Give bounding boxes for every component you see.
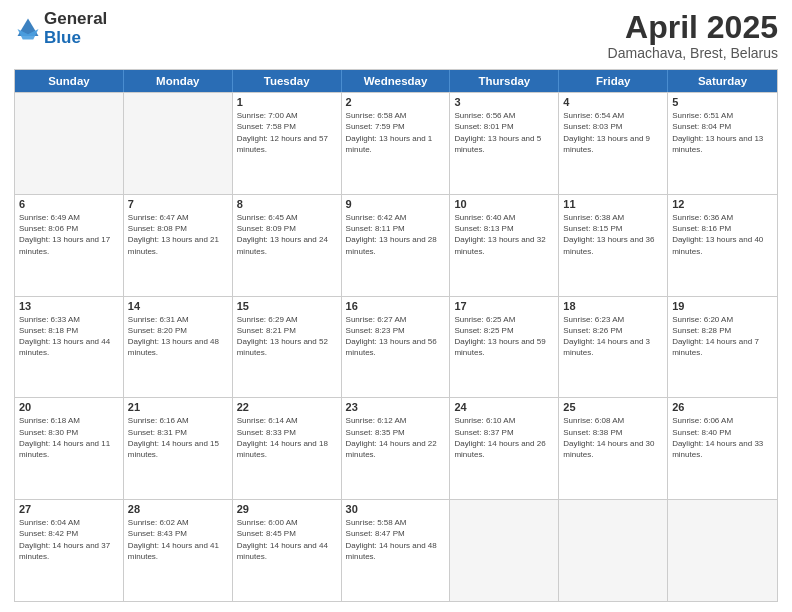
calendar-cell: 1Sunrise: 7:00 AM Sunset: 7:58 PM Daylig… — [233, 93, 342, 194]
calendar-cell: 9Sunrise: 6:42 AM Sunset: 8:11 PM Daylig… — [342, 195, 451, 296]
day-info: Sunrise: 6:00 AM Sunset: 8:45 PM Dayligh… — [237, 517, 337, 562]
day-info: Sunrise: 6:02 AM Sunset: 8:43 PM Dayligh… — [128, 517, 228, 562]
day-number: 3 — [454, 96, 554, 108]
weekday-header: Wednesday — [342, 70, 451, 92]
logo-icon — [14, 15, 42, 43]
page: General Blue April 2025 Damachava, Brest… — [0, 0, 792, 612]
day-info: Sunrise: 6:58 AM Sunset: 7:59 PM Dayligh… — [346, 110, 446, 155]
calendar-cell: 23Sunrise: 6:12 AM Sunset: 8:35 PM Dayli… — [342, 398, 451, 499]
calendar-cell — [124, 93, 233, 194]
calendar-cell — [15, 93, 124, 194]
calendar-cell: 10Sunrise: 6:40 AM Sunset: 8:13 PM Dayli… — [450, 195, 559, 296]
day-info: Sunrise: 6:23 AM Sunset: 8:26 PM Dayligh… — [563, 314, 663, 359]
calendar-header: SundayMondayTuesdayWednesdayThursdayFrid… — [15, 70, 777, 92]
day-number: 27 — [19, 503, 119, 515]
calendar-week: 20Sunrise: 6:18 AM Sunset: 8:30 PM Dayli… — [15, 397, 777, 499]
day-info: Sunrise: 6:42 AM Sunset: 8:11 PM Dayligh… — [346, 212, 446, 257]
day-info: Sunrise: 6:31 AM Sunset: 8:20 PM Dayligh… — [128, 314, 228, 359]
day-number: 13 — [19, 300, 119, 312]
day-info: Sunrise: 6:16 AM Sunset: 8:31 PM Dayligh… — [128, 415, 228, 460]
calendar-week: 6Sunrise: 6:49 AM Sunset: 8:06 PM Daylig… — [15, 194, 777, 296]
day-info: Sunrise: 6:33 AM Sunset: 8:18 PM Dayligh… — [19, 314, 119, 359]
calendar-cell: 25Sunrise: 6:08 AM Sunset: 8:38 PM Dayli… — [559, 398, 668, 499]
logo-text: General Blue — [44, 10, 107, 47]
day-info: Sunrise: 6:10 AM Sunset: 8:37 PM Dayligh… — [454, 415, 554, 460]
day-number: 29 — [237, 503, 337, 515]
day-number: 4 — [563, 96, 663, 108]
weekday-header: Friday — [559, 70, 668, 92]
day-info: Sunrise: 6:54 AM Sunset: 8:03 PM Dayligh… — [563, 110, 663, 155]
day-info: Sunrise: 5:58 AM Sunset: 8:47 PM Dayligh… — [346, 517, 446, 562]
weekday-header: Thursday — [450, 70, 559, 92]
day-info: Sunrise: 6:12 AM Sunset: 8:35 PM Dayligh… — [346, 415, 446, 460]
calendar: SundayMondayTuesdayWednesdayThursdayFrid… — [14, 69, 778, 602]
day-info: Sunrise: 6:20 AM Sunset: 8:28 PM Dayligh… — [672, 314, 773, 359]
day-info: Sunrise: 6:14 AM Sunset: 8:33 PM Dayligh… — [237, 415, 337, 460]
day-info: Sunrise: 6:25 AM Sunset: 8:25 PM Dayligh… — [454, 314, 554, 359]
calendar-cell: 14Sunrise: 6:31 AM Sunset: 8:20 PM Dayli… — [124, 297, 233, 398]
day-number: 11 — [563, 198, 663, 210]
day-number: 25 — [563, 401, 663, 413]
day-number: 10 — [454, 198, 554, 210]
day-info: Sunrise: 6:27 AM Sunset: 8:23 PM Dayligh… — [346, 314, 446, 359]
calendar-week: 27Sunrise: 6:04 AM Sunset: 8:42 PM Dayli… — [15, 499, 777, 601]
day-info: Sunrise: 6:06 AM Sunset: 8:40 PM Dayligh… — [672, 415, 773, 460]
day-number: 15 — [237, 300, 337, 312]
day-number: 17 — [454, 300, 554, 312]
day-number: 2 — [346, 96, 446, 108]
day-number: 30 — [346, 503, 446, 515]
calendar-cell: 21Sunrise: 6:16 AM Sunset: 8:31 PM Dayli… — [124, 398, 233, 499]
day-number: 6 — [19, 198, 119, 210]
logo-general: General — [44, 10, 107, 29]
day-number: 28 — [128, 503, 228, 515]
calendar-cell: 2Sunrise: 6:58 AM Sunset: 7:59 PM Daylig… — [342, 93, 451, 194]
calendar-cell: 3Sunrise: 6:56 AM Sunset: 8:01 PM Daylig… — [450, 93, 559, 194]
calendar-cell — [450, 500, 559, 601]
day-number: 16 — [346, 300, 446, 312]
day-info: Sunrise: 6:36 AM Sunset: 8:16 PM Dayligh… — [672, 212, 773, 257]
calendar-cell: 12Sunrise: 6:36 AM Sunset: 8:16 PM Dayli… — [668, 195, 777, 296]
calendar-cell: 5Sunrise: 6:51 AM Sunset: 8:04 PM Daylig… — [668, 93, 777, 194]
calendar-cell: 27Sunrise: 6:04 AM Sunset: 8:42 PM Dayli… — [15, 500, 124, 601]
weekday-header: Monday — [124, 70, 233, 92]
calendar-cell: 20Sunrise: 6:18 AM Sunset: 8:30 PM Dayli… — [15, 398, 124, 499]
calendar-week: 13Sunrise: 6:33 AM Sunset: 8:18 PM Dayli… — [15, 296, 777, 398]
day-number: 24 — [454, 401, 554, 413]
day-info: Sunrise: 6:40 AM Sunset: 8:13 PM Dayligh… — [454, 212, 554, 257]
day-number: 14 — [128, 300, 228, 312]
calendar-cell: 6Sunrise: 6:49 AM Sunset: 8:06 PM Daylig… — [15, 195, 124, 296]
calendar-cell: 24Sunrise: 6:10 AM Sunset: 8:37 PM Dayli… — [450, 398, 559, 499]
calendar-cell: 18Sunrise: 6:23 AM Sunset: 8:26 PM Dayli… — [559, 297, 668, 398]
day-info: Sunrise: 7:00 AM Sunset: 7:58 PM Dayligh… — [237, 110, 337, 155]
weekday-header: Tuesday — [233, 70, 342, 92]
day-number: 5 — [672, 96, 773, 108]
day-info: Sunrise: 6:38 AM Sunset: 8:15 PM Dayligh… — [563, 212, 663, 257]
day-number: 22 — [237, 401, 337, 413]
day-info: Sunrise: 6:45 AM Sunset: 8:09 PM Dayligh… — [237, 212, 337, 257]
day-info: Sunrise: 6:08 AM Sunset: 8:38 PM Dayligh… — [563, 415, 663, 460]
calendar-cell: 13Sunrise: 6:33 AM Sunset: 8:18 PM Dayli… — [15, 297, 124, 398]
day-number: 9 — [346, 198, 446, 210]
calendar-cell: 7Sunrise: 6:47 AM Sunset: 8:08 PM Daylig… — [124, 195, 233, 296]
day-number: 23 — [346, 401, 446, 413]
weekday-header: Sunday — [15, 70, 124, 92]
day-info: Sunrise: 6:49 AM Sunset: 8:06 PM Dayligh… — [19, 212, 119, 257]
day-info: Sunrise: 6:51 AM Sunset: 8:04 PM Dayligh… — [672, 110, 773, 155]
day-number: 21 — [128, 401, 228, 413]
day-number: 12 — [672, 198, 773, 210]
calendar-cell — [559, 500, 668, 601]
day-info: Sunrise: 6:18 AM Sunset: 8:30 PM Dayligh… — [19, 415, 119, 460]
logo: General Blue — [14, 10, 107, 47]
calendar-week: 1Sunrise: 7:00 AM Sunset: 7:58 PM Daylig… — [15, 92, 777, 194]
calendar-cell: 29Sunrise: 6:00 AM Sunset: 8:45 PM Dayli… — [233, 500, 342, 601]
logo-blue: Blue — [44, 29, 107, 48]
calendar-cell: 26Sunrise: 6:06 AM Sunset: 8:40 PM Dayli… — [668, 398, 777, 499]
calendar-cell: 16Sunrise: 6:27 AM Sunset: 8:23 PM Dayli… — [342, 297, 451, 398]
calendar-body: 1Sunrise: 7:00 AM Sunset: 7:58 PM Daylig… — [15, 92, 777, 601]
location-subtitle: Damachava, Brest, Belarus — [608, 45, 778, 61]
calendar-cell: 4Sunrise: 6:54 AM Sunset: 8:03 PM Daylig… — [559, 93, 668, 194]
day-number: 8 — [237, 198, 337, 210]
calendar-cell: 28Sunrise: 6:02 AM Sunset: 8:43 PM Dayli… — [124, 500, 233, 601]
day-number: 1 — [237, 96, 337, 108]
day-number: 7 — [128, 198, 228, 210]
